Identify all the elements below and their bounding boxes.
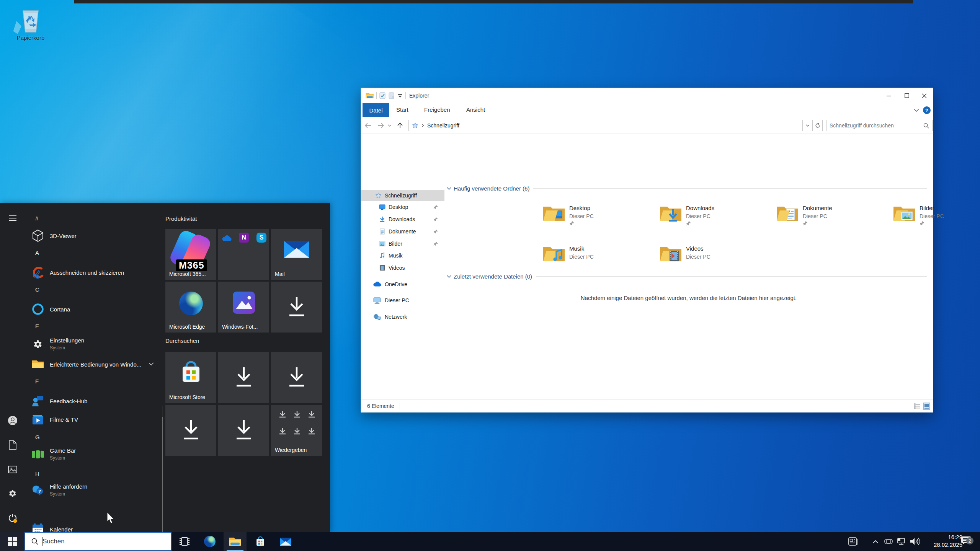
new-folder-quick-icon[interactable]	[389, 92, 395, 99]
explorer-search-box[interactable]	[826, 120, 933, 131]
tile-windows-fotos[interactable]: Windows-Fot...	[218, 282, 269, 333]
task-view-button[interactable]	[173, 532, 196, 551]
up-button[interactable]	[395, 120, 405, 131]
app-item-filme-tv[interactable]: Filme & TV	[25, 411, 165, 428]
details-view-icon[interactable]	[914, 403, 920, 409]
section-letter[interactable]: #	[35, 215, 38, 222]
folder-tile-desktop[interactable]: Desktop Dieser PC	[539, 199, 651, 233]
section-letter[interactable]: C	[35, 286, 39, 293]
section-letter[interactable]: G	[35, 434, 40, 440]
back-button[interactable]	[363, 120, 373, 131]
taskbar-edge-button[interactable]	[198, 532, 221, 551]
sidebar-item-downloads[interactable]: Downloads	[361, 214, 444, 225]
section-letter[interactable]: H	[35, 471, 39, 477]
sidebar-item-onedrive[interactable]: OneDrive	[361, 279, 444, 290]
pictures-button[interactable]	[0, 461, 25, 478]
sidebar-item-schnellzugriff[interactable]: Schnellzugriff	[361, 190, 444, 201]
sidebar-item-dokumente[interactable]: Dokumente	[361, 226, 444, 237]
breadcrumb[interactable]: Schnellzugriff	[427, 122, 459, 129]
taskbar-search-input[interactable]	[42, 538, 171, 545]
section-collapse-chevron-icon[interactable]	[447, 275, 451, 278]
app-item-ausschneiden[interactable]: Ausschneiden und skizzieren	[25, 264, 165, 281]
tiles-scrollbar-thumb[interactable]	[162, 417, 163, 532]
close-button[interactable]	[915, 88, 933, 103]
tile-microsoft-edge[interactable]: Microsoft Edge	[165, 282, 216, 333]
sidebar-item-musik[interactable]: Musik	[361, 250, 444, 261]
address-bar[interactable]: Schnellzugriff	[408, 120, 803, 131]
power-button[interactable]	[0, 510, 25, 527]
app-item-3d-viewer[interactable]: 3D-Viewer	[25, 227, 165, 244]
large-icons-view-icon[interactable]	[923, 403, 930, 410]
maximize-button[interactable]	[898, 88, 916, 103]
ribbon-collapse-chevron-icon[interactable]	[914, 109, 919, 112]
app-item-feedback-hub[interactable]: Feedback-Hub	[25, 393, 165, 409]
quick-access-toolbar-dropdown-icon[interactable]	[398, 94, 402, 98]
section-letter[interactable]: A	[35, 249, 39, 256]
folder-tile-musik[interactable]: Musik Dieser PC	[539, 239, 651, 274]
app-item-cortana[interactable]: Cortana	[25, 301, 165, 318]
volume-tray-button[interactable]	[908, 532, 921, 551]
expand-menu-button[interactable]	[0, 210, 25, 227]
tab-datei[interactable]: Datei	[363, 103, 389, 117]
sidebar-item-desktop[interactable]: Desktop	[361, 202, 444, 212]
tab-freigeben[interactable]: Freigeben	[424, 106, 450, 113]
folder-tile-dokumente[interactable]: Dokumente Dieser PC	[773, 199, 885, 233]
tile-pending-download[interactable]	[165, 405, 216, 456]
tile-group-title[interactable]: Produktivität	[165, 215, 197, 222]
minimize-button[interactable]	[880, 88, 898, 103]
tab-ansicht[interactable]: Ansicht	[466, 106, 485, 113]
folder-tile-bilder[interactable]: Bilder Dieser PC	[890, 199, 980, 233]
taskbar-clock[interactable]: 16:29 28.02.2025	[920, 533, 962, 549]
app-item-erleichterte-bedienung[interactable]: Erleichterte Bedienung von Windo...	[25, 356, 165, 373]
tile-pending-download[interactable]	[218, 352, 269, 403]
tile-microsoft-365[interactable]: Microsoft 365... M365	[165, 229, 216, 280]
explorer-search-input[interactable]	[826, 122, 923, 129]
tile-folder-wiedergeben[interactable]: Wiedergeben	[271, 405, 322, 456]
folder-tile-videos[interactable]: Videos Dieser PC	[656, 239, 768, 274]
recycle-bin-desktop-icon[interactable]: Papierkorb	[8, 7, 54, 41]
tile-group-title[interactable]: Durchsuchen	[165, 337, 199, 344]
taskbar-mail-button[interactable]	[274, 532, 297, 551]
account-button[interactable]	[0, 412, 25, 429]
taskbar-search-box[interactable]	[24, 532, 172, 551]
forward-button[interactable]	[376, 120, 386, 131]
folder-tile-downloads[interactable]: Downloads Dieser PC	[656, 199, 768, 233]
sidebar-item-bilder[interactable]: Bilder	[361, 238, 444, 249]
app-item-hilfe-anfordern[interactable]: ? Hilfe anfordern System	[25, 481, 165, 500]
settings-button[interactable]	[0, 485, 25, 502]
taskbar-explorer-button[interactable]	[224, 532, 247, 551]
app-item-einstellungen[interactable]: Einstellungen System	[25, 334, 165, 354]
tab-start[interactable]: Start	[396, 106, 408, 113]
tray-sync-button[interactable]	[882, 532, 895, 551]
explorer-titlebar[interactable]: Explorer	[361, 88, 933, 103]
tile-pending-download[interactable]	[271, 282, 322, 333]
sidebar-item-dieser-pc[interactable]: Dieser PC	[361, 295, 444, 306]
properties-quick-icon[interactable]	[379, 92, 386, 99]
refresh-button[interactable]	[813, 120, 823, 131]
tile-pending-download[interactable]	[218, 405, 269, 456]
help-icon[interactable]: ?	[923, 106, 931, 114]
app-item-kalender[interactable]: Kalender	[25, 521, 165, 532]
search-icon[interactable]	[923, 123, 929, 129]
taskbar-store-button[interactable]	[249, 532, 272, 551]
tray-overflow-button[interactable]	[869, 532, 882, 551]
documents-button[interactable]	[0, 437, 25, 453]
app-item-game-bar[interactable]: Game Bar System	[25, 445, 165, 465]
tile-office-apps-group[interactable]: N S	[218, 229, 269, 280]
frequent-folders-header[interactable]: Häufig verwendete Ordner (6)	[447, 185, 927, 192]
start-button[interactable]	[0, 532, 24, 551]
sidebar-item-videos[interactable]: Videos	[361, 262, 444, 273]
tile-pending-download[interactable]	[271, 352, 322, 403]
action-center-button[interactable]: 2	[957, 532, 975, 551]
section-collapse-chevron-icon[interactable]	[447, 187, 451, 190]
tile-mail[interactable]: Mail	[271, 229, 322, 280]
network-tray-button[interactable]	[895, 532, 908, 551]
recent-files-header[interactable]: Zuletzt verwendete Dateien (0)	[447, 273, 927, 280]
news-interests-button[interactable]	[847, 532, 860, 551]
tile-microsoft-store[interactable]: Microsoft Store	[165, 352, 216, 403]
address-dropdown-button[interactable]	[803, 120, 813, 131]
section-letter[interactable]: E	[35, 323, 39, 329]
recent-locations-button[interactable]	[386, 120, 393, 131]
sidebar-item-netzwerk[interactable]: Netzwerk	[361, 311, 444, 322]
section-letter[interactable]: F	[35, 378, 39, 385]
